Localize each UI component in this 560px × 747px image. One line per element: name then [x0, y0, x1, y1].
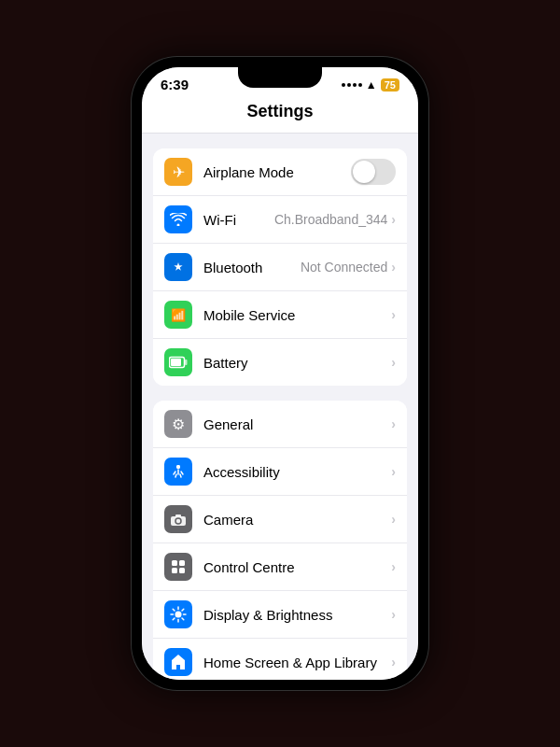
svg-line-18: [182, 618, 184, 620]
home-screen-icon: [164, 648, 192, 676]
accessibility-chevron: ›: [391, 464, 396, 479]
wifi-chevron: ›: [391, 212, 396, 227]
mobile-service-icon: 📶: [164, 301, 192, 329]
general-chevron: ›: [391, 416, 396, 431]
airplane-mode-label: Airplane Mode: [203, 164, 351, 180]
general-label: General: [203, 416, 391, 432]
bluetooth-label: Bluetooth: [203, 260, 301, 275]
control-centre-chevron: ›: [391, 559, 396, 574]
wifi-value: Ch.Broadband_344: [274, 212, 387, 227]
row-mobile-service[interactable]: 📶 Mobile Service ›: [153, 291, 407, 339]
svg-rect-7: [175, 514, 181, 517]
svg-rect-2: [171, 359, 181, 366]
phone-device: 6:39 ▲ 75 Settings ✈ Airpl: [131, 56, 429, 691]
general-icon: ⚙: [164, 410, 192, 438]
row-general[interactable]: ⚙ General ›: [153, 401, 407, 448]
svg-rect-9: [179, 560, 185, 566]
display-brightness-right: ›: [391, 607, 396, 622]
display-brightness-label: Display & Brightness: [203, 607, 391, 623]
row-camera[interactable]: Camera ›: [153, 496, 407, 543]
svg-line-20: [173, 618, 175, 620]
battery-chevron: ›: [391, 355, 396, 370]
row-wifi[interactable]: Wi-Fi Ch.Broadband_344 ›: [153, 196, 407, 244]
wifi-status-icon: ▲: [366, 78, 377, 92]
svg-point-4: [176, 465, 180, 469]
settings-list[interactable]: ✈ Airplane Mode: [142, 134, 418, 680]
battery-icon: [164, 348, 192, 376]
mobile-service-chevron: ›: [391, 307, 396, 322]
airplane-mode-toggle[interactable]: [351, 159, 396, 185]
status-right: ▲ 75: [342, 78, 399, 92]
row-control-centre[interactable]: Control Centre ›: [153, 543, 407, 591]
bluetooth-icon: ⭒: [164, 253, 192, 281]
row-airplane-mode[interactable]: ✈ Airplane Mode: [153, 148, 407, 196]
camera-chevron: ›: [391, 512, 396, 527]
control-centre-label: Control Centre: [203, 559, 391, 575]
status-bar: 6:39 ▲ 75: [142, 67, 418, 96]
toggle-knob: [353, 161, 375, 183]
home-screen-chevron: ›: [391, 655, 396, 669]
battery-right: ›: [391, 355, 396, 370]
battery-indicator: 75: [381, 78, 399, 92]
accessibility-right: ›: [391, 464, 396, 479]
battery-label: Battery: [203, 355, 391, 371]
wifi-label: Wi-Fi: [203, 212, 274, 228]
display-brightness-icon: [164, 600, 192, 628]
svg-line-19: [182, 609, 184, 611]
accessibility-icon: [164, 458, 192, 486]
wifi-right: Ch.Broadband_344 ›: [274, 212, 396, 227]
status-time: 6:39: [161, 77, 189, 92]
control-centre-icon: [164, 553, 192, 581]
camera-label: Camera: [203, 512, 391, 528]
phone-screen: 6:39 ▲ 75 Settings ✈ Airpl: [142, 67, 418, 680]
svg-rect-11: [179, 568, 185, 573]
svg-rect-10: [172, 568, 177, 573]
row-battery[interactable]: Battery ›: [153, 339, 407, 386]
wifi-icon: [164, 205, 192, 233]
home-screen-label: Home Screen & App Library: [203, 655, 391, 670]
section-connectivity: ✈ Airplane Mode: [153, 148, 407, 386]
section-system: ⚙ General › Accessibility: [153, 401, 407, 680]
home-screen-right: ›: [391, 655, 396, 669]
page-title: Settings: [142, 96, 418, 134]
accessibility-label: Accessibility: [203, 464, 391, 480]
svg-rect-8: [172, 560, 177, 566]
general-right: ›: [391, 416, 396, 431]
camera-icon: [164, 505, 192, 533]
mobile-service-right: ›: [391, 307, 396, 322]
control-centre-right: ›: [391, 559, 396, 574]
bluetooth-right: Not Connected ›: [301, 260, 396, 275]
airplane-mode-icon: ✈: [164, 158, 192, 186]
camera-right: ›: [391, 512, 396, 527]
row-home-screen[interactable]: Home Screen & App Library ›: [153, 639, 407, 680]
signal-icon: [342, 83, 362, 87]
display-brightness-chevron: ›: [391, 607, 396, 622]
svg-point-12: [175, 612, 182, 618]
row-display-brightness[interactable]: Display & Brightness ›: [153, 591, 407, 639]
airplane-mode-right: [351, 159, 396, 185]
svg-rect-1: [185, 359, 188, 365]
row-accessibility[interactable]: Accessibility ›: [153, 448, 407, 496]
row-bluetooth[interactable]: ⭒ Bluetooth Not Connected ›: [153, 244, 407, 291]
bluetooth-value: Not Connected: [301, 260, 387, 275]
svg-line-17: [173, 609, 175, 611]
notch: [238, 67, 322, 88]
mobile-service-label: Mobile Service: [203, 307, 391, 323]
bluetooth-chevron: ›: [391, 260, 396, 275]
